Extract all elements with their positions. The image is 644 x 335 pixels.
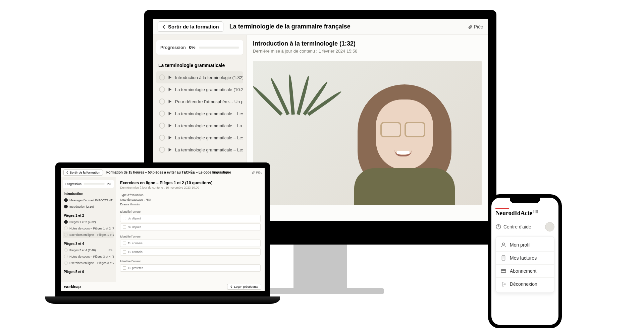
lesson-item[interactable]: La terminologie grammaticale (10:20) (156, 83, 243, 95)
svg-point-8 (498, 228, 499, 228)
attachments-link[interactable]: Pièc (252, 171, 262, 174)
lesson-video[interactable] (253, 61, 482, 205)
lesson-item-label: Message d'accueil IMPORTANT (69, 199, 112, 202)
phone-mock: NeurodIdActe⠿⠿ Centre d'aide Mon profil (488, 194, 562, 328)
lesson-item-label: Notes de cours – Pièges 3 et 4 (5 p.) (69, 255, 114, 258)
lesson-item[interactable]: Message d'accueil IMPORTANT (63, 197, 114, 203)
section-title: Pièges 1 et 2 (64, 214, 114, 217)
quiz-option[interactable]: du député (120, 223, 261, 231)
question-title: Identifie l'erreur. (120, 260, 261, 263)
play-icon (168, 135, 172, 140)
lesson-heading: Introduction à la terminologie (1:32) (253, 40, 482, 47)
play-icon (168, 147, 172, 152)
lesson-sidebar: Progression 3% Introduction Message d'ac… (61, 177, 116, 291)
completion-bullet-icon (64, 261, 68, 265)
svg-marker-2 (169, 100, 172, 104)
lesson-item[interactable]: Pour détendre l'atmosphère… Un p… (156, 95, 243, 108)
progress-bar (84, 183, 105, 185)
question-title: Identifie l'erreur. (120, 235, 261, 238)
menu-item-label: Déconnexion (510, 281, 537, 287)
lesson-item[interactable]: Pièges 3 et 4 (7:48)0% (63, 247, 114, 253)
lesson-item[interactable]: Exercices en ligne – Pièges 3 et 4 (7 qu… (63, 260, 114, 266)
play-icon (168, 99, 172, 104)
exit-course-button[interactable]: Sortir de la formation (158, 21, 223, 32)
progress-value: 0% (189, 45, 196, 50)
lesson-item-label: Pièges 3 et 4 (7:48) (69, 249, 96, 252)
svg-marker-3 (169, 112, 172, 116)
progress-value: 3% (107, 182, 111, 186)
completion-bullet-icon (64, 205, 68, 208)
lesson-item-label: Introduction (2:16) (69, 205, 94, 208)
completion-bullet-icon (64, 226, 68, 230)
chevron-left-icon (162, 25, 166, 29)
user-icon (500, 242, 506, 248)
menu-item-invoices[interactable]: Mes factures (496, 252, 554, 265)
help-icon (495, 224, 501, 230)
lesson-item[interactable]: La terminologie grammaticale – La p… (156, 120, 243, 132)
menu-item-subscription[interactable]: Abonnement (496, 265, 554, 278)
svg-marker-1 (169, 88, 172, 91)
lesson-updated: Dernière mise à jour de contenu : 1 févr… (253, 49, 482, 54)
lesson-item[interactable]: Notes de cours – Pièges 1 et 2 (7 pages) (63, 225, 114, 231)
lesson-item[interactable]: Introduction à la terminologie (1:32) (156, 71, 243, 83)
lesson-updated: Dernière mise à jour de contenu : 16 nov… (120, 186, 261, 189)
progress-card: Progression 3% (63, 180, 114, 188)
quiz-meta: Type d'évaluation Note de passage : 75% … (120, 193, 261, 206)
lesson-item-label: La terminologie grammaticale – Les … (175, 111, 243, 116)
completion-bullet-icon (159, 123, 165, 129)
lesson-item[interactable]: La terminologie grammaticale – Les … (156, 144, 243, 156)
course-footer: workleap Leçon précédente (61, 282, 265, 291)
lesson-item[interactable]: Notes de cours – Pièges 3 et 4 (5 p.)0% (63, 253, 114, 260)
quiz-meta-line: Type d'évaluation (120, 193, 261, 197)
section-title: Pièges 5 et 6 (64, 270, 114, 274)
section-title: La terminologie grammaticale (158, 63, 243, 68)
lesson-item-label: Introduction à la terminologie (1:32) (175, 75, 243, 80)
lesson-item[interactable]: Introduction (2:16) (63, 203, 114, 210)
svg-rect-11 (501, 270, 506, 273)
lesson-item[interactable]: Exercices en ligne – Pièges 1 et 2 (10 q… (63, 231, 114, 238)
previous-lesson-button[interactable]: Leçon précédente (227, 284, 261, 290)
completion-bullet-icon (159, 147, 165, 153)
course-title: La terminologie de la grammaire français… (229, 23, 351, 30)
progress-label: Progression (65, 182, 82, 186)
menu-item-profile[interactable]: Mon profil (496, 239, 554, 252)
lesson-item[interactable]: La terminologie grammaticale – Les … (156, 108, 243, 120)
logout-icon (500, 281, 506, 287)
document-icon (500, 255, 506, 261)
lesson-item-label: La terminologie grammaticale – La p… (175, 123, 243, 128)
completion-bullet-icon (64, 248, 68, 252)
lesson-item[interactable]: La terminologie grammaticale – Les … (156, 132, 243, 144)
completion-bullet-icon (64, 198, 68, 202)
completion-bullet-icon (159, 111, 165, 117)
account-menu: Mon profil Mes factures Abonnement (495, 236, 554, 293)
lesson-heading: Exercices en ligne – Pièges 1 et 2 (10 q… (120, 181, 261, 185)
avatar[interactable] (545, 222, 554, 231)
instructor-illustration (358, 84, 451, 192)
help-center-link[interactable]: Centre d'aide (495, 222, 554, 231)
svg-marker-4 (169, 124, 172, 128)
completion-bullet-icon (64, 255, 68, 258)
completion-bullet-icon (64, 220, 68, 224)
quiz-meta-line: Essais illimités (120, 203, 261, 206)
quiz-meta-line: Note de passage : 75% (120, 198, 261, 201)
lesson-item-label: La terminologie grammaticale – Les … (175, 135, 243, 140)
help-center-label: Centre d'aide (503, 224, 531, 229)
exit-course-label: Sortir de la formation (168, 24, 219, 29)
lesson-item-label: Notes de cours – Pièges 1 et 2 (7 pages) (69, 227, 114, 230)
attachments-link[interactable]: Pièc (468, 24, 483, 29)
section-title: Pièges 3 et 4 (64, 242, 114, 246)
quiz-option[interactable]: Tu connais (120, 240, 261, 247)
menu-item-logout[interactable]: Déconnexion (496, 278, 554, 290)
quiz-option[interactable]: Tu connais (120, 248, 261, 256)
completion-bullet-icon (159, 98, 165, 105)
svg-marker-0 (169, 76, 172, 79)
exit-course-button[interactable]: Sortir de la formation (63, 170, 103, 176)
lesson-item-pct: 0% (108, 249, 112, 252)
quiz-option[interactable]: du député (120, 215, 261, 222)
lesson-item-label: La terminologie grammaticale (10:20) (175, 87, 243, 92)
lesson-item[interactable]: Pièges 1 et 2 (4:32) (63, 219, 114, 225)
play-icon (168, 123, 172, 128)
quiz-option[interactable]: Tu préfères (120, 264, 261, 272)
monitor-stand (293, 245, 347, 288)
laptop-base (45, 296, 280, 304)
